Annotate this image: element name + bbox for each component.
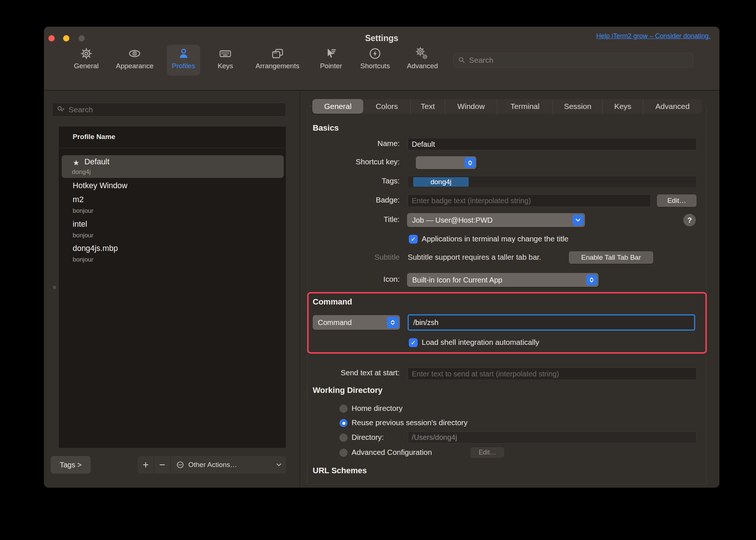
tab-text[interactable]: Text [411, 99, 445, 114]
pane-divider [299, 91, 300, 488]
tag-token[interactable]: dong4j [413, 177, 469, 187]
shortcut-key-popup[interactable] [416, 156, 476, 169]
eye-icon [128, 47, 141, 60]
toolbar-search[interactable] [453, 53, 693, 68]
directory-radio[interactable] [339, 434, 348, 442]
pane-resize-dot[interactable] [53, 286, 56, 289]
name-label: Name: [307, 139, 400, 148]
command-type-popup[interactable]: Command [313, 315, 400, 330]
toolbar-item-advanced[interactable]: Advanced [402, 45, 443, 76]
profile-subtitle: dong4j [72, 168, 91, 176]
profile-tabbar: General Colors Text Window Terminal Sess… [312, 99, 702, 114]
toolbar-item-profiles[interactable]: Profiles [167, 45, 200, 76]
shell-integration-checkbox[interactable]: ✓ [409, 338, 418, 347]
add-profile-button[interactable]: + [138, 456, 154, 474]
home-directory-radio[interactable] [339, 405, 348, 413]
profile-row-dong4js-mbp[interactable]: dong4js.mbp [73, 244, 118, 253]
tab-terminal[interactable]: Terminal [497, 99, 553, 114]
title-label: Title: [307, 215, 400, 224]
donate-link[interactable]: Help iTerm2 grow – Consider donating. [596, 32, 710, 40]
help-button[interactable]: ? [683, 214, 696, 226]
tab-general[interactable]: General [312, 99, 363, 114]
directory-label: Directory: [352, 433, 384, 442]
send-text-input[interactable] [408, 368, 697, 380]
profile-list-header: Profile Name [73, 133, 115, 141]
directory-input[interactable] [408, 431, 697, 444]
person-icon [177, 47, 190, 60]
settings-window: Settings Help iTerm2 grow – Consider don… [44, 26, 720, 488]
name-input[interactable] [408, 138, 697, 150]
subtitle-label: Subtitle [307, 253, 400, 262]
advanced-configuration-radio[interactable] [339, 449, 348, 457]
star-icon: ★ [73, 158, 80, 167]
toolbar-item-general[interactable]: General [69, 45, 104, 76]
profile-row-m2[interactable]: m2 [73, 195, 84, 204]
stepper-icon [586, 274, 597, 285]
stepper-icon [387, 317, 399, 328]
profile-row-hotkey-window[interactable]: Hotkey Window [73, 181, 127, 190]
ellipsis-circle-icon [176, 460, 185, 469]
command-input[interactable] [408, 314, 695, 331]
title-change-checkbox[interactable]: ✓ [409, 235, 418, 244]
icon-label: Icon: [307, 275, 400, 284]
tags-field[interactable]: dong4j [408, 176, 697, 188]
badge-label: Badge: [307, 196, 400, 204]
tab-session[interactable]: Session [553, 99, 603, 114]
title-popup[interactable]: Job — User@Host:PWD [407, 213, 585, 227]
title-change-checkbox-label: Applications in terminal may change the … [422, 234, 568, 243]
advanced-configuration-edit-button[interactable]: Edit… [470, 447, 504, 458]
gears-icon [416, 47, 429, 60]
toolbar-item-pointer[interactable]: Pointer [315, 45, 347, 76]
cursor-icon [324, 47, 338, 60]
tab-keys[interactable]: Keys [603, 99, 643, 114]
profile-search[interactable] [52, 103, 286, 117]
home-directory-label: Home directory [352, 404, 403, 413]
tags-button[interactable]: Tags > [51, 456, 91, 474]
lightning-icon [368, 47, 382, 60]
profile-subtitle: bonjour [73, 232, 94, 239]
tab-advanced[interactable]: Advanced [643, 99, 702, 114]
title-popup-value: Job — User@Host:PWD [412, 216, 493, 225]
remove-profile-button[interactable]: − [154, 456, 171, 474]
reuse-directory-radio[interactable] [339, 419, 348, 427]
gear-icon [80, 47, 93, 60]
profile-row-default[interactable]: ★ Default dong4j [62, 155, 284, 178]
icon-popup[interactable]: Built-in Icon for Current App [407, 273, 599, 287]
toolbar-item-keys[interactable]: Keys [212, 45, 238, 76]
working-directory-heading: Working Directory [313, 386, 382, 395]
chevron-down-icon [573, 215, 584, 226]
toolbar-divider [44, 90, 719, 91]
search-filter-icon [57, 105, 65, 114]
badge-edit-button[interactable]: Edit… [657, 194, 697, 207]
toolbar-item-appearance[interactable]: Appearance [111, 45, 159, 76]
profile-search-input[interactable] [69, 105, 281, 114]
tags-label: Tags: [307, 176, 400, 185]
send-text-label: Send text at start: [307, 368, 400, 377]
shell-integration-checkbox-label: Load shell integration automatically [422, 338, 539, 347]
advanced-configuration-label: Advanced Configuration [352, 448, 432, 457]
basics-heading: Basics [313, 123, 339, 133]
toolbar-item-arrangements[interactable]: Arrangements [250, 45, 304, 76]
list-divider [59, 148, 286, 148]
toolbar-search-input[interactable] [469, 56, 688, 65]
tab-colors[interactable]: Colors [363, 99, 411, 114]
profile-actions-group: + − Other Actions… [138, 456, 286, 474]
subtitle-note: Subtitle support requires a taller tab b… [408, 253, 541, 262]
badge-input[interactable] [408, 194, 651, 207]
toolbar-item-shortcuts[interactable]: Shortcuts [355, 45, 395, 76]
keyboard-icon [219, 47, 232, 60]
command-heading: Command [313, 297, 352, 307]
url-schemes-heading: URL Schemes [313, 466, 367, 475]
profile-subtitle: bonjour [73, 207, 94, 215]
enable-tall-tab-bar-button[interactable]: Enable Tall Tab Bar [569, 251, 653, 264]
icon-popup-value: Built-in Icon for Current App [412, 276, 502, 284]
stepper-icon [465, 157, 475, 168]
search-icon [458, 56, 466, 64]
other-actions-button[interactable]: Other Actions… [171, 456, 286, 474]
tab-window[interactable]: Window [445, 99, 497, 114]
other-actions-label: Other Actions… [188, 461, 237, 469]
profile-name: Default [84, 157, 109, 167]
windows-icon [271, 47, 284, 60]
profile-row-intel[interactable]: intel [73, 220, 87, 229]
profile-subtitle: bonjour [73, 256, 94, 263]
